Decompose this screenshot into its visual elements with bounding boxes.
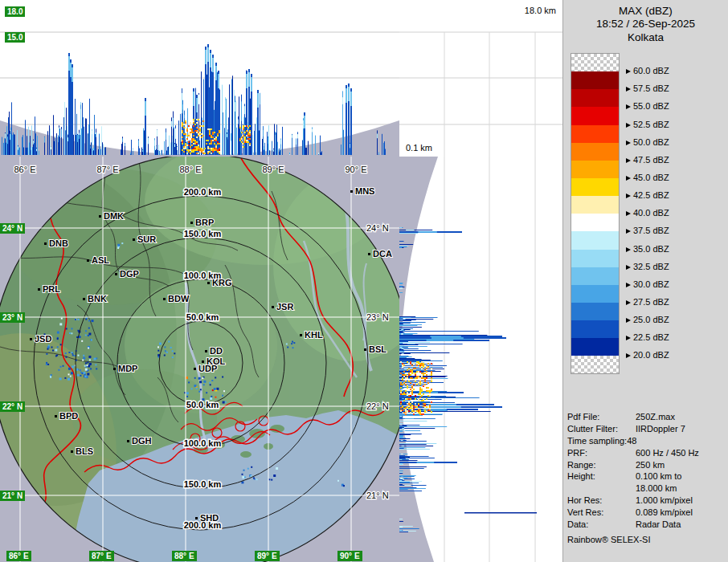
ppi-map-panel: 200.0 km150.0 km100.0 km50.0 km50.0 km10… — [0, 157, 399, 562]
info-label: Data: — [567, 519, 636, 529]
svg-text:87° E: 87° E — [96, 165, 118, 174]
city-label: JSR — [276, 302, 293, 312]
dbz-scale-band — [571, 356, 619, 373]
city-label: PRL — [43, 284, 60, 294]
dbz-level-label: 55.0 dBZ — [626, 101, 669, 111]
dbz-scale-band — [571, 285, 619, 303]
city-dot — [99, 215, 101, 218]
dbz-scale-band — [571, 143, 619, 161]
lat-edge-label: 21° N — [0, 491, 25, 501]
city-dot — [133, 238, 135, 241]
info-label: Pdf File: — [567, 412, 636, 422]
dbz-level-label: 42.5 dBZ — [626, 190, 669, 200]
city-label: JSD — [35, 334, 51, 344]
info-label: Height: — [567, 471, 636, 481]
height-edge-label: 15.0 — [5, 32, 25, 43]
yz-max-profile-panel — [399, 157, 562, 562]
info-row: Time sampling:48 — [567, 436, 726, 448]
city-label: BRP — [195, 218, 214, 227]
dbz-level-label: 20.0 dBZ — [626, 350, 669, 360]
height-axis-max-label: 18.0 km — [525, 6, 556, 15]
dbz-scale-band — [571, 107, 619, 124]
dbz-scale-band — [571, 250, 619, 267]
dbz-scale-band — [571, 161, 619, 178]
info-value: 1.000 km/pixel — [636, 495, 693, 505]
city-label: KHL — [305, 330, 323, 340]
svg-text:150.0 km: 150.0 km — [184, 229, 222, 238]
yz-echo-bars — [399, 227, 537, 532]
info-label: Clutter Filter: — [567, 424, 636, 434]
city-dot — [55, 415, 57, 417]
city-dot — [368, 253, 370, 255]
dbz-scale-band — [571, 89, 619, 107]
svg-text:86° E: 86° E — [14, 165, 35, 174]
info-value: IIRDoppler 7 — [636, 424, 685, 434]
city-label: DMK — [104, 211, 124, 221]
city-label: UDP — [198, 364, 217, 373]
city-dot — [163, 298, 166, 300]
lat-edge-label: 24° N — [0, 223, 25, 234]
city-dot — [350, 190, 353, 193]
dbz-scale-band — [571, 196, 619, 214]
info-label: Hor Res: — [567, 495, 636, 505]
city-label: DGH — [132, 436, 152, 446]
xz-max-profile-panel: 18.015.0 — [0, 0, 399, 157]
city-dot — [300, 334, 302, 336]
lon-edge-label: 87° E — [89, 551, 114, 561]
city-dot — [127, 440, 129, 442]
svg-text:89° E: 89° E — [262, 165, 284, 174]
city-label: BSL — [369, 344, 386, 354]
city-label: DNB — [49, 238, 68, 248]
city-label: DCA — [373, 249, 392, 259]
lon-edge-label: 89° E — [255, 551, 280, 561]
dbz-scale-band — [571, 303, 619, 320]
dbz-level-label: 57.5 dBZ — [626, 83, 669, 93]
info-label: Time sampling:48 — [567, 436, 636, 446]
city-label: KRG — [212, 278, 231, 287]
dbz-scale-band — [571, 338, 619, 356]
info-value: 600 Hz / 450 Hz — [636, 448, 699, 458]
city-label: BLS — [76, 446, 93, 456]
info-row: Pdf File:250Z.max — [567, 412, 726, 424]
info-row: Vert Res:0.089 km/pixel — [567, 507, 726, 519]
info-value: 0.100 km to — [636, 471, 681, 481]
svg-text:150.0 km: 150.0 km — [184, 479, 222, 489]
city-dot — [202, 360, 204, 363]
city-dot — [364, 348, 366, 351]
station-name: Kolkata — [563, 31, 728, 43]
city-dot — [195, 517, 198, 519]
dbz-level-label: 40.0 dBZ — [626, 208, 669, 218]
yz-height-gridlines — [444, 157, 535, 562]
info-row: Height:0.100 km to — [567, 471, 726, 483]
yz-profile-plot — [399, 157, 562, 562]
ppi-map: 200.0 km150.0 km100.0 km50.0 km50.0 km10… — [0, 157, 399, 562]
dbz-scale-band — [571, 125, 619, 143]
lat-edge-label: 23° N — [0, 312, 25, 323]
info-value: 250Z.max — [636, 412, 675, 422]
info-row: Data:Radar Data — [567, 519, 726, 531]
dbz-scale-band — [571, 231, 619, 249]
city-dot — [38, 288, 40, 291]
info-label: Range: — [567, 460, 636, 470]
dbz-level-label: 30.0 dBZ — [626, 279, 669, 289]
dbz-level-label: 27.5 dBZ — [626, 297, 669, 307]
info-row: Range:250 km — [567, 460, 726, 472]
city-dot — [115, 273, 117, 275]
svg-text:50.0 km: 50.0 km — [186, 400, 219, 409]
dbz-scale-band — [571, 54, 619, 71]
dbz-level-label: 47.5 dBZ — [626, 155, 669, 165]
dbz-level-label: 35.0 dBZ — [626, 244, 669, 254]
svg-text:90° E: 90° E — [345, 165, 366, 174]
dbz-scale-band — [571, 71, 619, 89]
lon-edge-label: 86° E — [6, 551, 31, 561]
city-label: BPD — [59, 411, 78, 421]
svg-text:100.0 km: 100.0 km — [184, 438, 222, 448]
xz-echo-bars — [2, 44, 386, 155]
city-label: BNK — [88, 294, 107, 303]
city-label: BDW — [168, 294, 190, 303]
city-dot — [190, 222, 193, 224]
dbz-scale-band — [571, 320, 619, 338]
dbz-level-label: 32.5 dBZ — [626, 262, 669, 271]
svg-text:24° N: 24° N — [366, 223, 389, 233]
city-dot — [113, 368, 116, 370]
